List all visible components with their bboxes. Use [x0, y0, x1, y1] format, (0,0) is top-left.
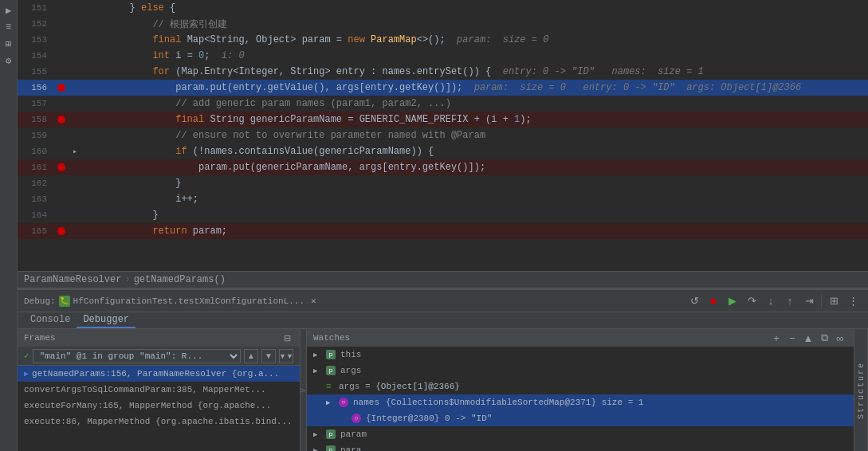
thread-next-button[interactable]: ▼: [261, 349, 276, 363]
list-item[interactable]: ▶ ○ names {Collections$UnmodifiableSorte…: [307, 394, 854, 410]
watch-name: this: [340, 350, 361, 359]
frames-filter-button[interactable]: ⊟: [281, 331, 293, 344]
watches-list: ▶ p this ▶ p args ≡: [307, 347, 854, 451]
sort-watch-button[interactable]: ▲: [801, 331, 815, 345]
thread-select[interactable]: "main" @1 in group "main": R...: [33, 349, 241, 363]
breakpoint-gutter[interactable]: [53, 116, 69, 124]
fold-gutter: ▸: [69, 147, 81, 156]
step-out-button[interactable]: ↑: [781, 292, 799, 310]
frames-panel: Frames ⊟ ✓ "main" @1 in group "main": R.…: [18, 329, 300, 451]
copy-watch-button[interactable]: ⧉: [817, 331, 831, 345]
breakpoint-gutter[interactable]: [53, 163, 69, 171]
step-over-button[interactable]: ↷: [743, 292, 760, 310]
tab-debugger[interactable]: Debugger: [77, 312, 136, 328]
expand-watch-button[interactable]: ∞: [833, 331, 847, 345]
table-row: 165 return param;: [18, 223, 868, 239]
stop-button[interactable]: ■: [705, 292, 722, 310]
debug-icon[interactable]: ▶: [2, 3, 16, 18]
line-number: 160: [18, 147, 53, 156]
frame-text: executeForMany:165, MapperMethod {org.ap…: [24, 401, 293, 410]
run-icon[interactable]: ⚙: [2, 53, 16, 68]
v-label: V: [299, 387, 308, 393]
expand-icon[interactable]: ▶: [313, 351, 323, 359]
table-row: 156 param.put(entry.getValue(), args[ent…: [18, 80, 868, 96]
expand-icon[interactable]: ▶: [313, 446, 323, 452]
code-content: final String genericParamName = GENERIC_…: [81, 114, 868, 125]
run-cursor-button[interactable]: ⇥: [800, 292, 818, 310]
table-row: 154 int i = 0; i: 0: [18, 48, 868, 64]
tab-console[interactable]: Console: [24, 312, 77, 328]
watch-name: {Integer@2380} 0 -> "ID": [366, 414, 492, 423]
debug-session-name: HfConfigurationTest.testXmlConfiguration…: [73, 296, 304, 306]
rerun-button[interactable]: ↺: [685, 292, 703, 310]
line-number: 162: [18, 178, 53, 188]
line-number: 153: [18, 35, 53, 45]
line-number: 165: [18, 226, 53, 236]
list-item[interactable]: ▶ p para: [307, 442, 854, 451]
list-item[interactable]: execute:86, MapperMethod {org.apache.iba…: [18, 414, 300, 429]
breakpoint-dot: [57, 116, 65, 124]
breadcrumb-class[interactable]: ParamNameResolver: [24, 274, 121, 285]
console-icon[interactable]: ≡: [2, 20, 16, 34]
frames-header-buttons: ⊟: [281, 331, 293, 344]
code-content: return param;: [81, 226, 868, 237]
settings-button[interactable]: ⋮: [844, 292, 862, 310]
frame-active-icon: ▶: [24, 369, 29, 378]
debug-tabs-bar: Debug: 🐛 HfConfigurationTest.testXmlConf…: [18, 290, 868, 312]
editor-area: 151 } else { 152 // 根据索引创建 153: [18, 0, 868, 271]
table-row: 159 // ensure not to overwrite parameter…: [18, 127, 868, 143]
thread-prev-button[interactable]: ▲: [244, 349, 258, 363]
breakpoint-gutter[interactable]: [53, 227, 69, 235]
left-sidebar: ▶ ≡ ⊞ ⚙: [0, 0, 18, 451]
list-item[interactable]: executeForMany:165, MapperMethod {org.ap…: [18, 398, 300, 414]
watch-name: para: [340, 445, 361, 451]
thread-check-icon: ✓: [24, 351, 29, 361]
breakpoint-gutter[interactable]: [53, 84, 69, 92]
list-item[interactable]: ≡ args = {Object[1]@2366}: [307, 378, 854, 394]
expand-icon[interactable]: ▶: [313, 430, 323, 439]
v-separator: V: [300, 329, 307, 451]
code-content: param.put(genericParamName, args[entry.g…: [81, 162, 868, 173]
frames-header: Frames ⊟: [18, 329, 300, 347]
breadcrumb-method[interactable]: getNamedParams(): [134, 274, 226, 285]
table-row: 163 i++;: [18, 191, 868, 207]
table-row: 153 final Map<String, Object> param = ne…: [18, 32, 868, 48]
structure-label: Structure: [854, 329, 868, 451]
expand-icon[interactable]: ▶: [313, 367, 323, 375]
remove-watch-button[interactable]: −: [785, 331, 799, 345]
step-into-button[interactable]: ↓: [762, 292, 780, 310]
breadcrumb: ParamNameResolver › getNamedParams(): [18, 271, 868, 288]
list-item[interactable]: ▶ p args: [307, 363, 854, 378]
thread-filter-button[interactable]: ▼▼: [279, 349, 293, 363]
table-row: 164 }: [18, 207, 868, 223]
thread-selector: ✓ "main" @1 in group "main": R... ▲ ▼ ▼▼: [18, 347, 300, 366]
line-number: 152: [18, 19, 53, 29]
expand-icon[interactable]: ▶: [326, 398, 336, 407]
list-item[interactable]: ▶ p param: [307, 426, 854, 442]
watch-expanded-content: args = {Object[1]@2366}: [339, 382, 460, 391]
code-content: if (!names.containsValue(genericParamNam…: [81, 146, 868, 157]
table-row: 152 // 根据索引创建: [18, 16, 868, 32]
line-number: 156: [18, 83, 53, 92]
line-number: 159: [18, 131, 53, 140]
watches-title: Watches: [313, 333, 350, 343]
watch-name: names: [353, 398, 379, 407]
evaluate-button[interactable]: ⊞: [825, 292, 842, 310]
resume-button[interactable]: ▶: [724, 292, 741, 310]
close-tab-icon[interactable]: ✕: [311, 296, 316, 306]
code-content: } else {: [81, 2, 868, 14]
watch-name: args: [340, 366, 361, 375]
list-item[interactable]: ○ {Integer@2380} 0 -> "ID": [307, 410, 854, 426]
watch-name: param: [340, 429, 367, 439]
structure-icon[interactable]: ⊞: [2, 37, 16, 51]
add-watch-button[interactable]: +: [769, 331, 784, 345]
breadcrumb-separator: ›: [124, 274, 130, 285]
frame-text: convertArgsToSqlCommandParam:385, Mapper…: [24, 385, 293, 394]
debug-toolbar: ↺ ■ ▶ ↷ ↓ ↑ ⇥ ⊞ ⋮: [685, 292, 862, 310]
table-row: 151 } else {: [18, 0, 868, 16]
list-item[interactable]: convertArgsToSqlCommandParam:385, Mapper…: [18, 382, 300, 398]
list-item[interactable]: ▶ p this: [307, 347, 854, 363]
list-item[interactable]: ▶ getNamedParams:156, ParamNameResolver …: [18, 366, 300, 382]
watch-type-icon: ○: [352, 414, 361, 423]
table-row: 161 param.put(genericParamName, args[ent…: [18, 159, 868, 175]
